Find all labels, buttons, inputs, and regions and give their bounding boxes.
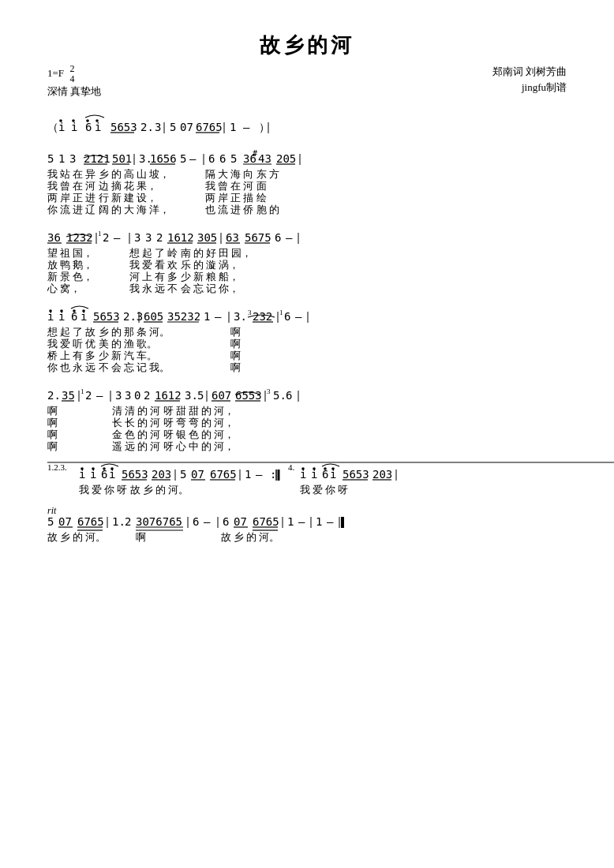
svg-text:5675: 5675 xyxy=(245,231,271,244)
svg-text:2.: 2. xyxy=(47,389,61,402)
svg-text:1: 1 xyxy=(80,387,84,395)
svg-text:605: 605 xyxy=(144,310,163,323)
svg-text:你 也  永  远  不 会 忘  记  我。: 你 也 永 远 不 会 忘 记 我。 xyxy=(47,361,170,373)
svg-text:607: 607 xyxy=(212,389,231,402)
svg-text:i: i xyxy=(58,121,65,133)
song-title: 故乡的河 xyxy=(47,32,567,59)
svg-text:1: 1 xyxy=(230,121,236,133)
svg-text:07: 07 xyxy=(58,515,72,528)
svg-text:3: 3 xyxy=(69,152,76,165)
svg-text:5: 5 xyxy=(47,152,54,165)
svg-text:啊: 啊 xyxy=(47,417,58,428)
svg-text:1: 1 xyxy=(245,468,251,481)
svg-text:6: 6 xyxy=(223,515,229,528)
svg-text:5653: 5653 xyxy=(122,468,148,481)
svg-text:203: 203 xyxy=(152,468,171,481)
svg-point-159 xyxy=(80,468,84,471)
svg-text:07: 07 xyxy=(180,121,193,133)
svg-text:i: i xyxy=(95,121,101,133)
svg-text:1: 1 xyxy=(279,309,283,316)
svg-point-5 xyxy=(86,120,89,123)
svg-text:3076765: 3076765 xyxy=(136,515,182,528)
svg-text:1: 1 xyxy=(204,310,210,323)
svg-point-163 xyxy=(103,468,106,471)
svg-text:我 曾 在  河  边  摘  花  果，: 我 曾 在 河 边 摘 花 果， xyxy=(47,181,157,192)
svg-text:35232: 35232 xyxy=(167,310,200,323)
svg-text:两 岸 正  进  行  新  建  设，: 两 岸 正 进 行 新 建 设， xyxy=(47,193,157,204)
svg-point-190 xyxy=(331,468,335,471)
svg-text:河 上 有  多  少  新  粮  船，: 河 上 有 多 少 新 粮 船， xyxy=(129,271,239,282)
key-time-tempo: 1=F 2 4 深情 真挚地 xyxy=(47,64,101,105)
svg-text::: : xyxy=(270,468,276,481)
svg-text:—: — xyxy=(204,515,211,528)
svg-text:2: 2 xyxy=(85,389,92,402)
svg-text:5: 5 xyxy=(230,152,237,165)
svg-text:5653: 5653 xyxy=(93,310,120,323)
svg-text:6: 6 xyxy=(286,389,292,402)
svg-text:5653: 5653 xyxy=(110,121,137,133)
svg-text:1: 1 xyxy=(316,515,322,528)
svg-text:啊: 啊 xyxy=(136,532,146,543)
svg-text:啊: 啊 xyxy=(230,350,241,361)
page: 故乡的河 1=F 2 4 深情 真挚地 郑南词 刘树芳曲 jingfu制谱 xyxy=(24,16,590,868)
svg-text:6765: 6765 xyxy=(77,515,104,528)
svg-text:6: 6 xyxy=(193,515,199,528)
svg-text:43: 43 xyxy=(258,152,271,165)
svg-text:1: 1 xyxy=(58,152,65,165)
svg-text:啊: 啊 xyxy=(230,339,241,350)
svg-text:啊: 啊 xyxy=(47,429,58,440)
svg-text:金 色  的  河  呀  银  色  的  河，: 金 色 的 河 呀 银 色 的 河， xyxy=(112,429,234,440)
svg-text:5: 5 xyxy=(180,468,186,481)
svg-text:2: 2 xyxy=(125,515,131,528)
time-signature: 2 4 xyxy=(70,64,75,84)
svg-text:3.: 3. xyxy=(234,310,247,323)
svg-text:—: — xyxy=(243,121,250,133)
svg-text:3: 3 xyxy=(267,387,271,395)
svg-text:6765: 6765 xyxy=(196,121,223,133)
svg-text:放  鸭    鹅，: 放 鸭 鹅， xyxy=(47,260,93,271)
svg-text:—: — xyxy=(256,468,263,481)
svg-text:5: 5 xyxy=(197,389,204,402)
svg-point-87 xyxy=(49,310,52,313)
svg-text:啊: 啊 xyxy=(230,327,241,338)
svg-text:6: 6 xyxy=(275,231,281,244)
svg-text:新  景    色，: 新 景 色， xyxy=(47,271,93,282)
arranger: jingfu制谱 xyxy=(492,80,567,95)
svg-text:63: 63 xyxy=(226,231,239,244)
svg-text:3: 3 xyxy=(115,389,122,402)
svg-text:6: 6 xyxy=(85,121,92,133)
svg-point-186 xyxy=(313,468,316,471)
svg-text:1.2.3.: 1.2.3. xyxy=(47,462,67,472)
meta-row: 1=F 2 4 深情 真挚地 郑南词 刘树芳曲 jingfu制谱 xyxy=(47,64,567,105)
svg-text:—: — xyxy=(96,389,103,402)
title-area: 故乡的河 1=F 2 4 深情 真挚地 郑南词 刘树芳曲 jingfu制谱 xyxy=(47,32,567,105)
svg-text:我 曾 在  河  面: 我 曾 在 河 面 xyxy=(205,181,267,192)
svg-text:35: 35 xyxy=(62,389,75,402)
svg-text:i: i xyxy=(71,121,77,133)
svg-text:3: 3 xyxy=(134,231,140,244)
svg-text:故  乡  的  河。: 故 乡 的 河。 xyxy=(47,532,106,543)
svg-text:2: 2 xyxy=(156,231,163,244)
svg-text:—: — xyxy=(327,515,334,528)
svg-text:5: 5 xyxy=(170,121,176,133)
svg-text:我 站 在  异  乡  的  高  山  坡，: 我 站 在 异 乡 的 高 山 坡， xyxy=(47,168,170,180)
svg-text:36: 36 xyxy=(47,231,61,244)
svg-text:你 流 进  辽  阔  的  大  海  洋，: 你 流 进 辽 阔 的 大 海 洋， xyxy=(47,204,170,215)
svg-text:501: 501 xyxy=(112,152,132,165)
svg-text:1612: 1612 xyxy=(155,389,182,402)
svg-point-161 xyxy=(92,468,95,471)
svg-text:3: 3 xyxy=(155,121,161,133)
svg-text:长 长  的  河  呀  弯  弯  的  河，: 长 长 的 河 呀 弯 弯 的 河， xyxy=(112,417,234,428)
composer-info: 郑南词 刘树芳曲 jingfu制谱 xyxy=(492,64,567,95)
svg-text:啊: 啊 xyxy=(47,406,58,417)
svg-text:2: 2 xyxy=(144,389,150,402)
svg-text:心    窝，: 心 窝， xyxy=(47,282,80,294)
svg-text:07: 07 xyxy=(234,515,247,528)
svg-point-89 xyxy=(60,310,63,313)
svg-point-184 xyxy=(301,468,305,471)
svg-text:望  祖    国，: 望 祖 国， xyxy=(47,248,93,259)
svg-text:我 爱 你  呀  故  乡  的  河。: 我 爱 你 呀 故 乡 的 河。 xyxy=(79,485,189,496)
svg-text:—: — xyxy=(298,515,305,528)
svg-text:想 起 了  故  乡  的  那  条  河。: 想 起 了 故 乡 的 那 条 河。 xyxy=(47,327,170,338)
svg-text:6553: 6553 xyxy=(235,389,262,402)
